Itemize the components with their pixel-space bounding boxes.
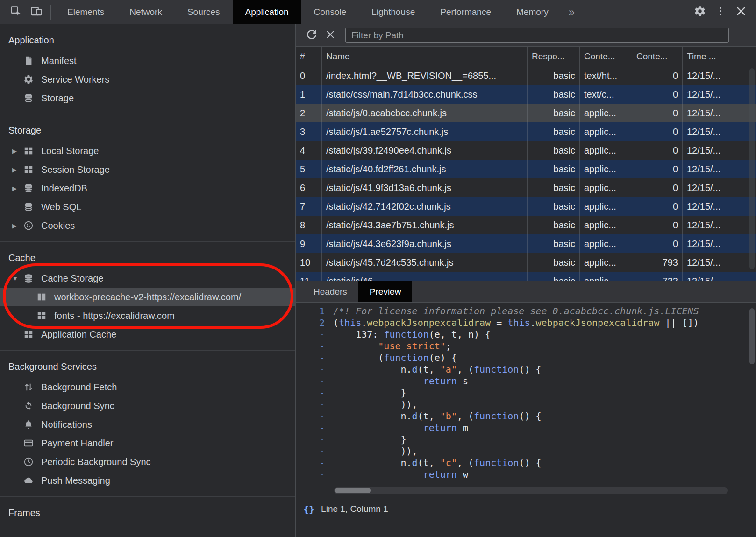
line-number[interactable]: - [296, 399, 333, 410]
cell: basic [528, 234, 580, 253]
tab-console[interactable]: Console [301, 0, 359, 24]
sidebar-item-indexeddb[interactable]: ▶IndexedDB [0, 179, 295, 198]
sidebar-item-periodic-background-sync[interactable]: Periodic Background Sync [0, 452, 295, 471]
line-number[interactable]: - [296, 469, 333, 480]
line-number[interactable]: - [296, 410, 333, 422]
horizontal-scrollbar[interactable] [334, 487, 728, 494]
cell: /static/js/39.f2490ee4.chunk.js [322, 141, 528, 160]
preview-tab-headers[interactable]: Headers [302, 281, 358, 302]
horizontal-scrollbar-thumb[interactable] [335, 488, 371, 493]
menu-button[interactable] [710, 2, 731, 22]
triangle-right-icon[interactable]: ▶ [12, 166, 23, 173]
line-number[interactable]: - [296, 352, 333, 364]
triangle-right-icon[interactable]: ▶ [12, 185, 23, 192]
tab-sources[interactable]: Sources [175, 0, 233, 24]
tab-application[interactable]: Application [233, 0, 301, 24]
line-number[interactable]: - [296, 364, 333, 375]
code-vertical-scrollbar[interactable] [749, 308, 755, 364]
tab-lighthouse[interactable]: Lighthouse [359, 0, 428, 24]
sidebar-item-cookies[interactable]: ▶Cookies [0, 216, 295, 235]
cache-entry-row-3[interactable]: 3/static/js/1.ae52757c.chunk.jsbasicappl… [296, 122, 756, 141]
line-number[interactable]: - [296, 457, 333, 469]
preview-tab-preview[interactable]: Preview [358, 281, 413, 302]
cache-entry-row-7[interactable]: 7/static/js/42.7142f02c.chunk.jsbasicapp… [296, 197, 756, 216]
cell: basic [528, 85, 580, 104]
code-line: - return w [296, 469, 756, 480]
line-number[interactable]: - [296, 375, 333, 387]
database-icon [23, 92, 36, 104]
cache-entry-row-6[interactable]: 6/static/js/41.9f3d13a6.chunk.jsbasicapp… [296, 178, 756, 197]
sidebar-item-web-sql[interactable]: Web SQL [0, 198, 295, 216]
inspect-element-button[interactable] [6, 2, 26, 22]
cache-entry-row-5[interactable]: 5/static/js/40.fd2ff261.chunk.jsbasicapp… [296, 160, 756, 178]
sidebar-item-background-sync[interactable]: Background Sync [0, 396, 295, 415]
sidebar-item-service-workers[interactable]: Service Workers [0, 70, 295, 89]
sidebar-item-workbox-precache-v2-https-excalidraw-com[interactable]: workbox-precache-v2-https://excalidraw.c… [0, 288, 295, 306]
cache-entry-row-10[interactable]: 10/static/js/45.7d24c535.chunk.jsbasicap… [296, 253, 756, 272]
line-number[interactable]: - [296, 387, 333, 399]
cell: 9 [296, 234, 322, 253]
code-line: 1/*! For license information please see … [296, 305, 756, 317]
gear-icon [23, 74, 36, 85]
code-text: } [333, 434, 756, 445]
line-number[interactable]: - [296, 340, 333, 352]
sidebar-item-local-storage[interactable]: ▶Local Storage [0, 141, 295, 160]
cell: 1 [296, 85, 322, 104]
column-header-5[interactable]: Time ... [683, 47, 756, 66]
kebab-menu-icon [715, 6, 726, 18]
code-text: )), [333, 399, 756, 410]
column-header-1[interactable]: Name [322, 47, 528, 66]
sidebar-item-push-messaging[interactable]: Push Messaging [0, 471, 295, 490]
sidebar-item-manifest[interactable]: Manifest [0, 51, 295, 70]
cell: basic [528, 104, 580, 122]
tab-network[interactable]: Network [117, 0, 175, 24]
cache-entry-row-11[interactable]: 11/static/js/46...basicapplic...73312/15… [296, 272, 756, 281]
sidebar-item-application-cache[interactable]: Application Cache [0, 325, 295, 344]
more-tabs-button[interactable]: » [561, 0, 582, 24]
cache-entry-row-0[interactable]: 0/index.html?__WB_REVISION__=6855...basi… [296, 66, 756, 85]
cache-entry-row-8[interactable]: 8/static/js/43.3ae7b751.chunk.jsbasicapp… [296, 216, 756, 234]
tab-memory[interactable]: Memory [504, 0, 561, 24]
device-toolbar-button[interactable] [26, 2, 47, 22]
sidebar-item-payment-handler[interactable]: Payment Handler [0, 434, 295, 452]
cell: applic... [580, 234, 632, 253]
table-icon [23, 164, 36, 175]
line-number[interactable]: - [296, 434, 333, 445]
sidebar-section-title: Cache [0, 247, 295, 269]
code-text: "use strict"; [333, 340, 756, 352]
refresh-button[interactable] [302, 26, 321, 45]
sidebar-item-cache-storage[interactable]: ▼Cache Storage [0, 269, 295, 288]
tab-performance[interactable]: Performance [428, 0, 504, 24]
line-number[interactable]: - [296, 329, 333, 340]
triangle-right-icon[interactable]: ▶ [12, 148, 23, 155]
triangle-right-icon[interactable]: ▶ [12, 222, 23, 229]
cache-entry-row-1[interactable]: 1/static/css/main.7d14b3cc.chunk.cssbasi… [296, 85, 756, 104]
column-header-3[interactable]: Conte... [580, 47, 632, 66]
filter-by-path-input[interactable] [345, 28, 729, 43]
line-number[interactable]: - [296, 422, 333, 434]
cache-entry-row-2[interactable]: 2/static/js/0.acabcbcc.chunk.jsbasicappl… [296, 104, 756, 122]
cell: 12/15/... [683, 160, 756, 178]
triangle-down-icon[interactable]: ▼ [12, 275, 23, 282]
line-number[interactable]: 1 [296, 305, 333, 317]
clear-button[interactable] [321, 26, 340, 45]
line-number[interactable]: - [296, 445, 333, 457]
sidebar-item-background-fetch[interactable]: Background Fetch [0, 378, 295, 396]
cell: /static/js/45.7d24c535.chunk.js [322, 253, 528, 272]
sidebar-item-session-storage[interactable]: ▶Session Storage [0, 160, 295, 179]
sidebar-item-fonts-https-excalidraw-com[interactable]: fonts - https://excalidraw.com [0, 306, 295, 325]
cache-entry-row-4[interactable]: 4/static/js/39.f2490ee4.chunk.jsbasicapp… [296, 141, 756, 160]
column-header-4[interactable]: Conte... [632, 47, 683, 66]
cursor-position-label: Line 1, Column 1 [321, 504, 388, 514]
column-header-0[interactable]: # [296, 47, 322, 66]
table-vertical-scrollbar[interactable] [749, 68, 755, 269]
sidebar-item-notifications[interactable]: Notifications [0, 415, 295, 434]
settings-button[interactable] [690, 2, 710, 22]
cell: 8 [296, 216, 322, 234]
cache-entry-row-9[interactable]: 9/static/js/44.3e623f9a.chunk.jsbasicapp… [296, 234, 756, 253]
close-devtools-button[interactable] [731, 2, 751, 22]
tab-elements[interactable]: Elements [55, 0, 117, 24]
column-header-2[interactable]: Respo... [528, 47, 580, 66]
line-number[interactable]: 2 [296, 317, 333, 329]
sidebar-item-storage[interactable]: Storage [0, 89, 295, 107]
